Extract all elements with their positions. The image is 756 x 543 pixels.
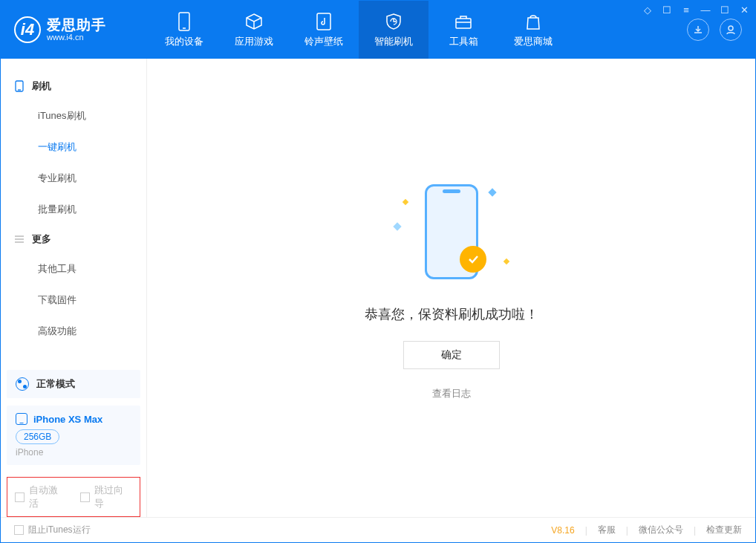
device-name: iPhone XS Max	[33, 414, 102, 425]
feedback-icon[interactable]: ☐	[661, 4, 673, 16]
sidebar-group-title: 刷机	[32, 79, 51, 93]
storage-badge: 256GB	[16, 429, 59, 444]
view-log-link[interactable]: 查看日志	[432, 387, 471, 400]
skip-guide-checkbox[interactable]: 跳过向导	[80, 484, 132, 510]
logo-icon: i4	[14, 16, 41, 43]
tab-store[interactable]: 爱思商城	[498, 1, 568, 59]
tab-toolbox[interactable]: 工具箱	[428, 1, 498, 59]
tab-ringtone-wallpaper[interactable]: 铃声壁纸	[289, 1, 359, 59]
main-content: 恭喜您，保资料刷机成功啦！ 确定 查看日志	[147, 59, 755, 517]
tab-label: 工具箱	[449, 35, 478, 48]
auto-activate-checkbox[interactable]: 自动激活	[15, 484, 67, 510]
tab-label: 爱思商城	[514, 35, 553, 48]
list-icon	[14, 234, 25, 244]
block-itunes-checkbox[interactable]: 阻止iTunes运行	[14, 524, 91, 536]
svg-rect-3	[456, 19, 471, 28]
menu-icon[interactable]: ≡	[680, 4, 692, 16]
maximize-button[interactable]: ☐	[719, 4, 731, 16]
checkbox-label: 阻止iTunes运行	[28, 524, 91, 536]
svg-point-4	[729, 26, 733, 30]
checkbox-label: 自动激活	[29, 484, 67, 510]
sidebar-item-other-tools[interactable]: 其他工具	[1, 253, 146, 284]
success-message: 恭喜您，保资料刷机成功啦！	[365, 305, 538, 323]
sidebar-item-oneclick-flash[interactable]: 一键刷机	[1, 131, 146, 163]
tab-label: 应用游戏	[235, 35, 273, 48]
app-header: i4 爱思助手 www.i4.cn 我的设备 应用游戏 铃声壁纸 智能刷机 工具…	[1, 1, 755, 59]
download-button[interactable]	[687, 19, 709, 41]
app-site: www.i4.cn	[47, 33, 106, 42]
check-update-link[interactable]: 检查更新	[706, 524, 742, 536]
sidebar: 刷机 iTunes刷机 一键刷机 专业刷机 批量刷机 更多 其他工具 下载固件 …	[1, 59, 147, 517]
success-illustration	[388, 176, 515, 287]
cube-icon	[244, 11, 264, 32]
phone-icon	[14, 81, 25, 91]
footer: 阻止iTunes运行 V8.16 | 客服 | 微信公众号 | 检查更新	[1, 517, 755, 542]
flash-options-box: 自动激活 跳过向导	[7, 477, 140, 517]
skin-icon[interactable]: ◇	[642, 4, 654, 16]
tab-label: 我的设备	[165, 35, 203, 48]
support-link[interactable]: 客服	[598, 524, 616, 536]
bag-icon	[523, 11, 544, 32]
music-file-icon	[313, 11, 334, 32]
sidebar-item-batch-flash[interactable]: 批量刷机	[1, 194, 146, 225]
mode-card[interactable]: 正常模式	[7, 370, 140, 398]
phone-graphic	[425, 184, 478, 279]
toolbox-icon	[453, 11, 474, 32]
sidebar-group-flash: 刷机	[1, 72, 146, 100]
mode-icon	[16, 377, 29, 391]
user-button[interactable]	[720, 19, 742, 41]
sidebar-item-itunes-flash[interactable]: iTunes刷机	[1, 100, 146, 131]
minimize-button[interactable]: —	[700, 4, 711, 16]
sidebar-item-pro-flash[interactable]: 专业刷机	[1, 163, 146, 194]
nav-tabs: 我的设备 应用游戏 铃声壁纸 智能刷机 工具箱 爱思商城	[149, 1, 568, 59]
window-controls: ◇ ☐ ≡ — ☐ ✕	[642, 4, 750, 16]
app-title: 爱思助手	[47, 18, 106, 33]
sidebar-item-advanced[interactable]: 高级功能	[1, 316, 146, 347]
app-logo: i4 爱思助手 www.i4.cn	[14, 16, 149, 43]
device-card[interactable]: iPhone XS Max 256GB iPhone	[7, 406, 140, 465]
wechat-link[interactable]: 微信公众号	[639, 524, 683, 536]
sidebar-group-title: 更多	[32, 233, 51, 246]
ok-button[interactable]: 确定	[403, 341, 500, 369]
mode-label: 正常模式	[36, 377, 75, 391]
shield-refresh-icon	[383, 11, 404, 32]
device-type: iPhone	[16, 447, 131, 458]
tab-label: 铃声壁纸	[304, 35, 343, 48]
tab-apps-games[interactable]: 应用游戏	[219, 1, 289, 59]
close-button[interactable]: ✕	[738, 4, 750, 16]
svg-rect-2	[317, 13, 330, 30]
tab-label: 智能刷机	[374, 35, 413, 48]
device-icon	[174, 11, 195, 32]
checkmark-badge-icon	[460, 246, 486, 273]
sidebar-group-more: 更多	[1, 225, 146, 253]
tab-smart-flash[interactable]: 智能刷机	[359, 1, 428, 59]
sidebar-item-download-firmware[interactable]: 下载固件	[1, 284, 146, 316]
checkbox-label: 跳过向导	[94, 484, 132, 510]
tab-my-device[interactable]: 我的设备	[149, 1, 219, 59]
version-label: V8.16	[551, 525, 574, 536]
device-small-icon	[16, 413, 27, 425]
